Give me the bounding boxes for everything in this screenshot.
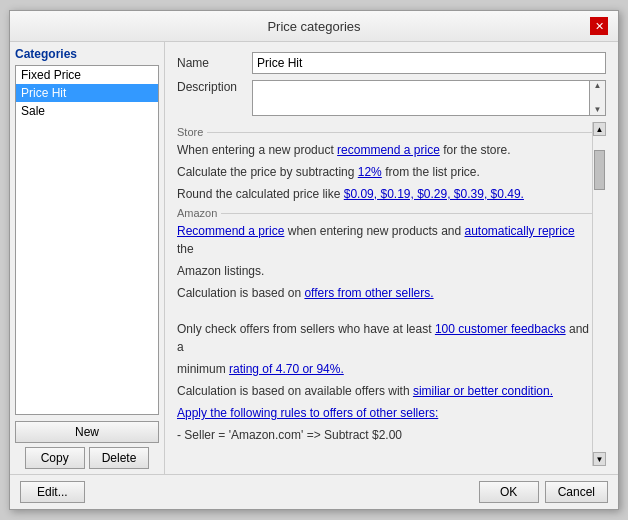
description-label: Description [177,80,252,94]
store-line3: Round the calculated price like $0.09, $… [177,185,592,203]
amazon-line5-pre: Only check offers from sellers who have … [177,322,435,336]
description-textarea[interactable] [252,80,590,116]
sidebar: Categories Fixed Price Price Hit Sale Ne… [10,42,165,474]
amazon-offers-link[interactable]: offers from other sellers. [304,286,433,300]
price-categories-dialog: Price categories ✕ Categories Fixed Pric… [9,10,619,510]
name-row: Name [177,52,606,74]
main-content: Name Description ▲ ▼ [165,42,618,474]
amazon-line2: Amazon listings. [177,262,592,280]
scroll-down-arrow: ▼ [594,106,602,114]
delete-button[interactable]: Delete [89,447,150,469]
description-field-wrap: ▲ ▼ [252,80,606,116]
store-12pct-link[interactable]: 12% [358,165,382,179]
amazon-feedbacks-link[interactable]: 100 customer feedbacks [435,322,566,336]
cancel-button[interactable]: Cancel [545,481,608,503]
amazon-line5: Only check offers from sellers who have … [177,320,592,356]
amazon-line3-pre: Calculation is based on [177,286,304,300]
store-section: Store When entering a new product recomm… [177,126,592,203]
store-recommend-link[interactable]: recommend a price [337,143,440,157]
copy-button[interactable]: Copy [25,447,85,469]
sidebar-item-price-hit[interactable]: Price Hit [16,84,158,102]
amazon-line1-mid: when entering new products and [284,224,464,238]
sidebar-item-fixed-price[interactable]: Fixed Price [16,66,158,84]
description-row: Description ▲ ▼ [177,80,606,116]
close-button[interactable]: ✕ [590,17,608,35]
amazon-condition-link[interactable]: similiar or better condition. [413,384,553,398]
new-button-row: New [15,421,159,443]
scrollbar-up-btn[interactable]: ▲ [593,122,606,136]
dialog-body: Categories Fixed Price Price Hit Sale Ne… [10,42,618,474]
amazon-heading: Amazon [177,207,217,219]
name-label: Name [177,56,252,70]
amazon-line1: Recommend a price when entering new prod… [177,222,592,258]
amazon-line11: Check the lowest available price. [177,462,592,466]
amazon-line9: - Seller = 'Amazon.com' => Subtract $2.0… [177,426,592,444]
store-line1-pre: When entering a new product [177,143,337,157]
sidebar-item-sale[interactable]: Sale [16,102,158,120]
footer-buttons-right: OK Cancel [479,481,608,503]
main-scrollbar[interactable]: ▲ ▼ [592,122,606,466]
amazon-line11-pre: Check the [177,464,234,466]
scrollbar-down-btn[interactable]: ▼ [593,452,606,466]
ok-button[interactable]: OK [479,481,539,503]
amazon-listings-text: Amazon listings. [177,264,264,278]
dialog-title: Price categories [38,19,590,34]
amazon-reprice-link[interactable]: automatically reprice [465,224,575,238]
store-prices-link[interactable]: $0.09, $0.19, $0.29, $0.39, $0.49. [344,187,524,201]
scrollbar-thumb[interactable] [594,150,605,190]
amazon-line3: Calculation is based on offers from othe… [177,284,592,302]
store-line2-pre: Calculate the price by subtracting [177,165,358,179]
amazon-section: Amazon Recommend a price when entering n… [177,207,592,466]
edit-button[interactable]: Edit... [20,481,85,503]
amazon-line6-pre: minimum [177,362,229,376]
name-input[interactable] [252,52,606,74]
store-line2: Calculate the price by subtracting 12% f… [177,163,592,181]
sidebar-buttons: New Copy Delete [15,421,159,469]
amazon-line6: minimum rating of 4.70 or 94%. [177,360,592,378]
title-bar: Price categories ✕ [10,11,618,42]
store-line3-pre: Round the calculated price like [177,187,344,201]
amazon-line7-pre: Calculation is based on available offers… [177,384,413,398]
scroll-content[interactable]: Store When entering a new product recomm… [177,122,592,466]
scroll-up-arrow: ▲ [594,82,602,90]
amazon-line1-post: the [177,242,194,256]
store-line1-post: for the store. [440,143,511,157]
scroll-container: Store When entering a new product recomm… [177,122,606,466]
amazon-line8: Apply the following rules to offers of o… [177,404,592,422]
description-scrollbar: ▲ ▼ [590,80,606,116]
amazon-rating-link[interactable]: rating of 4.70 or 94%. [229,362,344,376]
store-heading: Store [177,126,203,138]
copy-delete-row: Copy Delete [15,447,159,469]
new-button[interactable]: New [15,421,159,443]
amazon-rules-link[interactable]: Apply the following rules to offers of o… [177,406,438,420]
categories-heading: Categories [15,47,159,61]
store-line1: When entering a new product recommend a … [177,141,592,159]
footer-bar: Edit... OK Cancel [10,474,618,509]
amazon-line7: Calculation is based on available offers… [177,382,592,400]
amazon-lowest-link[interactable]: lowest available price. [234,464,351,466]
store-line2-post: from the list price. [382,165,480,179]
amazon-recommend-link[interactable]: Recommend a price [177,224,284,238]
categories-list: Fixed Price Price Hit Sale [15,65,159,415]
